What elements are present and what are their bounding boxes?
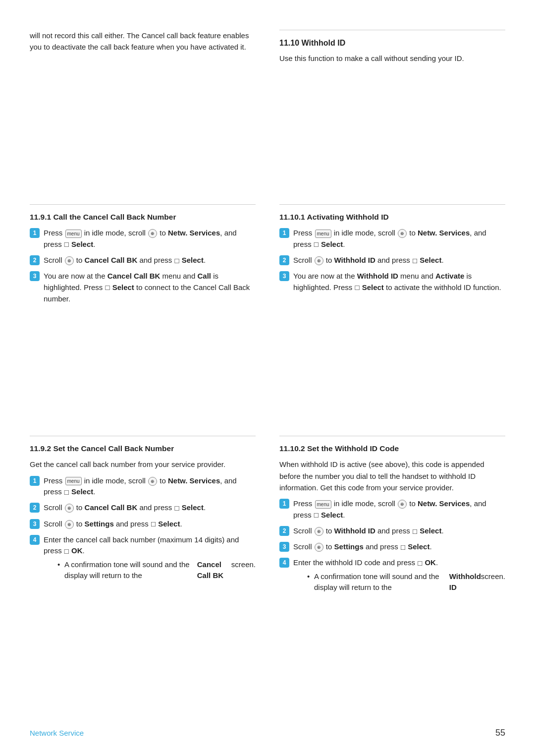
step-text-1101-3: You are now at the Withhold ID menu and …: [293, 271, 505, 293]
step-1102-4: 4 Enter the withhold ID code and press □…: [279, 557, 505, 594]
section-1101-steps: 1 Press menu in idle mode, scroll ⊕ to N…: [279, 228, 505, 293]
step-991-1: 1 Press menu in idle mode, scroll ⊕ to N…: [30, 228, 256, 250]
withhold-id-title: 11.10 Withhold ID: [279, 37, 505, 50]
step-badge-3: 3: [30, 271, 40, 281]
section-1101-title-text: 11.10.1 Activating Withhold ID: [279, 213, 389, 221]
step-badge-2: 2: [279, 526, 289, 536]
step-badge-2: 2: [30, 255, 40, 265]
step-badge-3: 3: [279, 271, 289, 281]
select-icon: □: [64, 239, 69, 250]
select-icon: □: [64, 546, 69, 557]
step-1102-1: 1 Press menu in idle mode, scroll ⊕ to N…: [279, 498, 505, 521]
step-badge-3: 3: [279, 542, 289, 552]
section-1102-steps: 1 Press menu in idle mode, scroll ⊕ to N…: [279, 498, 505, 594]
step-991-2: 2 Scroll ⊕ to Cancel Call BK and press □…: [30, 255, 256, 266]
section-992-title: 11.9.2 Set the Cancel Call Back Number: [30, 443, 256, 454]
step-badge-2: 2: [279, 255, 289, 265]
select-icon: □: [105, 282, 109, 293]
step-text-1102-2: Scroll ⊕ to Withhold ID and press □ Sele…: [293, 525, 505, 537]
select-icon: □: [418, 558, 422, 569]
step-badge-1: 1: [30, 228, 40, 238]
section-991: 11.9.1 Call the Cancel Call Back Number …: [30, 195, 256, 426]
step-badge-4: 4: [279, 558, 289, 568]
section-992-steps: 1 Press menu in idle mode, scroll ⊕ to N…: [30, 475, 256, 582]
select-icon: □: [174, 503, 179, 514]
step-text-1102-3: Scroll ⊕ to Settings and press □ Select.: [293, 541, 505, 553]
select-icon: □: [64, 487, 69, 498]
select-icon: □: [401, 542, 405, 553]
scroll-icon: ⊕: [315, 527, 323, 536]
scroll-icon: ⊕: [315, 256, 323, 265]
rule-1102: [279, 436, 505, 436]
section-992-bullets: A confirmation tone will sound and the d…: [57, 559, 256, 582]
select-icon: □: [355, 282, 359, 293]
step-1101-3: 3 You are now at the Withhold ID menu an…: [279, 271, 505, 293]
step-1101-2: 2 Scroll ⊕ to Withhold ID and press □ Se…: [279, 255, 505, 266]
section-1101: 11.10.1 Activating Withhold ID 1 Press m…: [279, 195, 505, 426]
withhold-id-intro: 11.10 Withhold ID Use this function to m…: [279, 30, 505, 186]
scroll-icon: ⊕: [65, 504, 74, 513]
step-text-992-4: Enter the cancel call back number (maxim…: [44, 534, 256, 582]
section-1102-title: 11.10.2 Set the Withhold ID Code: [279, 443, 505, 454]
step-text-991-3: You are now at the Cancel Call BK menu a…: [44, 271, 256, 304]
section-1102-desc: When withhold ID is active (see above), …: [279, 459, 505, 493]
step-text-1101-1: Press menu in idle mode, scroll ⊕ to Net…: [293, 228, 505, 250]
intro-left: will not record this call either. The Ca…: [30, 30, 256, 186]
step-text-992-1: Press menu in idle mode, scroll ⊕ to Net…: [44, 475, 256, 498]
step-text-992-3: Scroll ⊕ to Settings and press □ Select.: [44, 519, 256, 530]
step-badge-1: 1: [30, 476, 40, 486]
section-991-steps: 1 Press menu in idle mode, scroll ⊕ to N…: [30, 228, 256, 304]
bullet-992-1: A confirmation tone will sound and the d…: [57, 559, 256, 582]
select-icon: □: [413, 255, 417, 267]
scroll-icon: ⊕: [65, 520, 74, 529]
menu-icon: menu: [315, 230, 331, 238]
scroll-icon: ⊕: [398, 500, 407, 509]
step-text-992-2: Scroll ⊕ to Cancel Call BK and press □ S…: [44, 502, 256, 514]
rule-992: [30, 436, 256, 436]
section-1102-bullets: A confirmation tone will sound and the d…: [307, 571, 505, 593]
menu-icon: menu: [315, 500, 331, 509]
step-text-991-1: Press menu in idle mode, scroll ⊕ to Net…: [44, 228, 256, 250]
rule-991: [30, 204, 256, 205]
select-icon: □: [413, 526, 417, 537]
section-991-title-text: 11.9.1 Call the Cancel Call Back Number: [30, 213, 176, 221]
footer-network-service: Network Service: [30, 729, 84, 737]
menu-icon: menu: [65, 477, 82, 485]
step-text-1101-2: Scroll ⊕ to Withhold ID and press □ Sele…: [293, 255, 505, 266]
withhold-id-desc: Use this function to make a call without…: [279, 53, 505, 64]
step-badge-1: 1: [279, 228, 289, 238]
step-992-2: 2 Scroll ⊕ to Cancel Call BK and press □…: [30, 502, 256, 514]
section-1102: 11.10.2 Set the Withhold ID Code When wi…: [279, 427, 505, 716]
step-1102-2: 2 Scroll ⊕ to Withhold ID and press □ Se…: [279, 525, 505, 537]
bullet-1102-1: A confirmation tone will sound and the d…: [307, 571, 505, 593]
select-icon: □: [314, 239, 319, 250]
menu-icon: menu: [65, 230, 82, 238]
step-badge-1: 1: [279, 499, 289, 509]
step-1101-1: 1 Press menu in idle mode, scroll ⊕ to N…: [279, 228, 505, 250]
section-992: 11.9.2 Set the Cancel Call Back Number G…: [30, 427, 256, 716]
step-badge-4: 4: [30, 535, 40, 545]
scroll-icon: ⊕: [398, 229, 407, 238]
scroll-icon: ⊕: [148, 229, 157, 238]
select-icon: □: [151, 519, 156, 530]
scroll-icon: ⊕: [315, 543, 323, 552]
step-991-3: 3 You are now at the Cancel Call BK menu…: [30, 271, 256, 304]
footer-page-number: 55: [495, 728, 505, 738]
step-text-991-2: Scroll ⊕ to Cancel Call BK and press □ S…: [44, 255, 256, 266]
step-992-3: 3 Scroll ⊕ to Settings and press □ Selec…: [30, 519, 256, 530]
step-text-1102-4: Enter the withhold ID code and press □ O…: [293, 557, 505, 594]
section-992-title-text: 11.9.2 Set the Cancel Call Back Number: [30, 444, 174, 453]
step-992-1: 1 Press menu in idle mode, scroll ⊕ to N…: [30, 475, 256, 498]
section-992-desc: Get the cancel call back number from you…: [30, 459, 256, 470]
step-992-4: 4 Enter the cancel call back number (max…: [30, 534, 256, 582]
select-icon: □: [174, 255, 179, 267]
rule-1101: [279, 204, 505, 205]
step-1102-3: 3 Scroll ⊕ to Settings and press □ Selec…: [279, 541, 505, 553]
step-text-1102-1: Press menu in idle mode, scroll ⊕ to Net…: [293, 498, 505, 521]
section-1101-title: 11.10.1 Activating Withhold ID: [279, 212, 505, 223]
section-1102-title-text: 11.10.2 Set the Withhold ID Code: [279, 444, 399, 453]
scroll-icon: ⊕: [65, 256, 74, 265]
page: will not record this call either. The Ca…: [0, 0, 535, 756]
step-badge-2: 2: [30, 503, 40, 513]
step-badge-3: 3: [30, 519, 40, 529]
